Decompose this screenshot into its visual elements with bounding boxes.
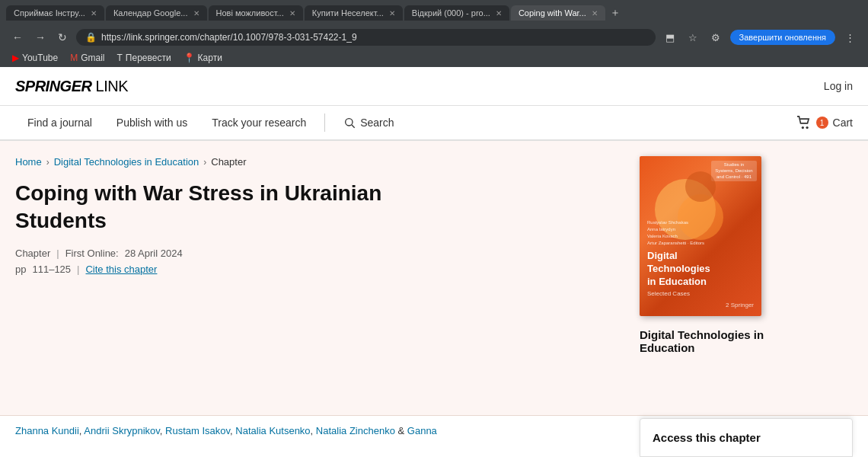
bookmark-gmail-label: Gmail	[81, 53, 104, 63]
book-title-link[interactable]: Digital Technologies in Education	[640, 328, 792, 354]
cart-label: Cart	[833, 117, 853, 129]
tab-1[interactable]: Сприймає Інстру... ✕	[6, 5, 104, 21]
breadcrumb-sep-1: ›	[46, 157, 49, 168]
extensions-btn[interactable]: ⚙	[707, 30, 724, 45]
cart-area[interactable]: 1 Cart	[796, 116, 853, 129]
breadcrumb-home[interactable]: Home	[15, 156, 42, 168]
chapter-title: Coping with War Stress in Ukrainian Stud…	[15, 180, 472, 235]
reload-btn[interactable]: ↻	[55, 30, 70, 45]
tab-active[interactable]: Coping with War... ✕	[511, 5, 605, 21]
login-button[interactable]: Log in	[824, 80, 853, 92]
book-cover-subtitle: Selected Cases	[647, 290, 754, 297]
meta-line: Chapter | First Online: 28 April 2024	[15, 248, 609, 259]
cite-link[interactable]: Cite this chapter	[85, 264, 157, 275]
url-text: https://link.springer.com/chapter/10.100…	[101, 32, 357, 43]
cover-circle-3	[685, 171, 716, 202]
book-cover-title: DigitalTechnologiesin Education	[647, 250, 754, 289]
forward-btn[interactable]: →	[32, 30, 49, 45]
svg-line-1	[352, 125, 355, 128]
breadcrumb-current: Chapter	[211, 156, 246, 168]
author-4[interactable]: Natalia Kutsenko	[235, 425, 310, 436]
first-online-label: First Online:	[65, 248, 119, 259]
meta-sep-1: |	[56, 248, 59, 259]
back-btn[interactable]: ←	[9, 30, 26, 45]
nav-find-journal[interactable]: Find a journal	[15, 106, 104, 139]
cart-icon	[796, 116, 812, 129]
authors-line: Zhanna Kundii, Andrii Skrypnikov, Rustam…	[15, 425, 437, 436]
cart-badge: 1	[816, 117, 828, 129]
book-series-badge: Studies in Systems, Decision and Control…	[711, 161, 757, 181]
breadcrumb-book[interactable]: Digital Technologies in Education	[54, 156, 199, 168]
bookmark-maps-label: Карти	[198, 53, 222, 63]
update-btn[interactable]: Завершити оновлення	[730, 30, 835, 45]
top-bar: SPRINGER LINK Log in	[0, 67, 868, 106]
menu-btn[interactable]: ⋮	[841, 30, 859, 45]
browser-chrome: Сприймає Інстру... ✕ Календар Google... …	[0, 0, 868, 67]
authors-ampersand: &	[398, 425, 407, 436]
book-cover-inner: Studies in Systems, Decision and Control…	[640, 156, 761, 316]
new-tab-btn[interactable]: ＋	[607, 5, 624, 21]
star-btn[interactable]: ☆	[685, 30, 701, 45]
bookmark-youtube[interactable]: ▶ YouTube	[12, 53, 58, 63]
address-bar[interactable]: 🔒 https://link.springer.com/chapter/10.1…	[76, 29, 656, 46]
bookmark-maps[interactable]: 📍 Карти	[183, 53, 222, 63]
svg-point-2	[801, 126, 803, 129]
bookmark-youtube-label: YouTube	[22, 53, 58, 63]
author-2[interactable]: Andrii Skrypnikov	[84, 425, 159, 436]
nav-track[interactable]: Track your research	[199, 106, 318, 139]
bookmarks-bar: ▶ YouTube M Gmail T Перевести 📍 Карти	[6, 50, 862, 67]
tab-4[interactable]: Купити Неселект... ✕	[305, 5, 403, 21]
nav-bar: Find a journal Publish with us Track you…	[0, 106, 868, 141]
author-3[interactable]: Rustam Isakov	[165, 425, 230, 436]
tab-2[interactable]: Календар Google... ✕	[106, 5, 207, 21]
nav-publish[interactable]: Publish with us	[104, 106, 199, 139]
tab-5[interactable]: Відкрий (000) - pro... ✕	[404, 5, 509, 21]
right-panel: Studies in Systems, Decision and Control…	[640, 156, 853, 415]
search-label: Search	[360, 117, 394, 129]
pages-sep: |	[77, 264, 79, 275]
book-cover[interactable]: Studies in Systems, Decision and Control…	[640, 156, 761, 316]
first-online-date: 28 April 2024	[125, 248, 183, 259]
pages-label: pp	[15, 264, 26, 275]
svg-point-0	[346, 119, 353, 126]
springer-logo[interactable]: SPRINGER LINK	[15, 76, 128, 96]
bookmark-translate[interactable]: T Перевести	[117, 53, 171, 63]
chapter-type: Chapter	[15, 248, 50, 259]
access-box: Access this chapter	[640, 418, 853, 457]
author-6[interactable]: Ganna	[407, 425, 437, 436]
nav-divider	[324, 113, 325, 132]
search-icon	[343, 117, 356, 129]
bookmark-gmail[interactable]: M Gmail	[70, 53, 104, 63]
author-5[interactable]: Natalia Zinchenko	[316, 425, 395, 436]
tab-3[interactable]: Нові можливост... ✕	[209, 5, 303, 21]
cast-btn[interactable]: ⬒	[662, 30, 678, 45]
address-bar-row: ← → ↻ 🔒 https://link.springer.com/chapte…	[6, 26, 862, 50]
pages-value: 111–125	[32, 264, 71, 275]
main-content: Home › Digital Technologies in Education…	[15, 156, 609, 415]
tab-bar: Сприймає Інстру... ✕ Календар Google... …	[6, 5, 862, 21]
svg-point-3	[806, 126, 808, 129]
access-title: Access this chapter	[653, 431, 840, 444]
springer-logo-small: 2 Springer	[726, 302, 754, 308]
pages-line: pp 111–125 | Cite this chapter	[15, 264, 609, 275]
book-editors: Rustyslav ShchakasAnna IatrydynValeria K…	[647, 219, 754, 247]
author-1[interactable]: Zhanna Kundii	[15, 425, 79, 436]
breadcrumb: Home › Digital Technologies in Education…	[15, 156, 609, 168]
breadcrumb-sep-2: ›	[203, 157, 206, 168]
nav-search[interactable]: Search	[331, 106, 406, 139]
bookmark-translate-label: Перевести	[126, 53, 171, 63]
springer-page: SPRINGER LINK Log in Find a journal Publ…	[0, 67, 868, 446]
content-area: Home › Digital Technologies in Education…	[0, 141, 868, 415]
